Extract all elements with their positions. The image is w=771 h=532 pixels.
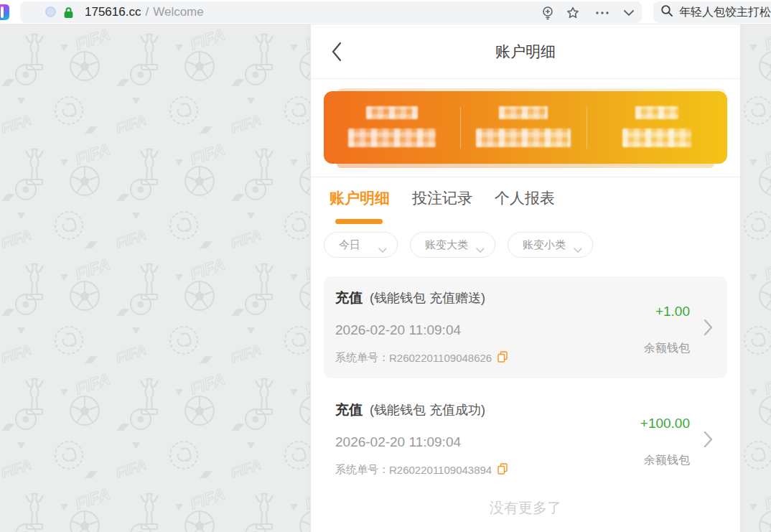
copy-icon[interactable] [497, 351, 508, 365]
ssl-lock-icon[interactable] [63, 6, 74, 22]
masked-stat-value [348, 129, 436, 147]
filter-minor-type-dropdown[interactable]: 账变小类 [508, 232, 593, 258]
transaction-amount: +100.00 [640, 416, 690, 431]
section-divider [311, 177, 740, 177]
copy-icon[interactable] [497, 463, 508, 477]
site-permission-icon[interactable] [45, 6, 56, 17]
active-tab-indicator [335, 219, 383, 224]
transaction-subtype: (钱能钱包 充值赠送) [370, 291, 485, 305]
transaction-subtype: (钱能钱包 充值成功) [370, 403, 485, 417]
tab-account-detail[interactable]: 账户明细 [330, 188, 390, 208]
url-page: Welcome [153, 5, 204, 19]
transaction-type: 充值(钱能钱包 充值赠送) [335, 289, 485, 307]
masked-stat-column [324, 91, 460, 164]
tab-bar: 账户明细 投注记录 个人报表 [330, 188, 555, 208]
browser-app-icon [0, 4, 9, 20]
filter-date-dropdown[interactable]: 今日 [324, 232, 398, 258]
transaction-wallet: 余额钱包 [644, 341, 690, 356]
transaction-type-text: 充值 [335, 290, 363, 305]
browser-toolbar: 175616.cc/Welcome [0, 0, 771, 24]
transaction-row[interactable]: 充值(钱能钱包 充值赠送) 2026-02-20 11:09:04 系统单号：R… [324, 276, 727, 378]
address-bar[interactable]: 175616.cc/Welcome [20, 1, 642, 23]
filter-major-type-dropdown[interactable]: 账变大类 [410, 232, 495, 258]
filter-date-label: 今日 [324, 238, 360, 252]
masked-stat-column [587, 91, 727, 164]
order-number: R2602201109043894 [389, 464, 492, 476]
transaction-amount: +1.00 [655, 304, 690, 319]
transaction-type-text: 充值 [335, 402, 363, 417]
account-detail-panel: 账户明细 [310, 24, 741, 532]
order-number: R2602201109048626 [389, 352, 492, 364]
more-options-icon[interactable] [594, 6, 609, 20]
search-icon [660, 4, 673, 20]
search-query-text: 年轻人包饺主打松 [679, 5, 771, 20]
filter-major-type-label: 账变大类 [411, 238, 468, 252]
chevron-right-icon [704, 319, 713, 339]
transaction-datetime: 2026-02-20 11:09:04 [335, 322, 461, 338]
chevron-down-icon [476, 243, 485, 256]
card-shadow-layer [337, 164, 714, 168]
transaction-order: 系统单号：R2602201109043894 [335, 463, 508, 477]
masked-stat-label [366, 106, 418, 119]
tab-personal-report[interactable]: 个人报表 [495, 188, 555, 208]
panel-header: 账户明细 [311, 24, 740, 79]
chevron-down-icon [378, 243, 387, 256]
page-title: 账户明细 [311, 42, 740, 62]
page-background: FIFA FIFA [0, 24, 771, 532]
url-text[interactable]: 175616.cc/Welcome [85, 1, 204, 23]
transaction-wallet: 余额钱包 [644, 453, 690, 468]
masked-stat-column [460, 91, 587, 164]
masked-stat-label [499, 106, 548, 119]
transaction-type: 充值(钱能钱包 充值成功) [335, 401, 485, 419]
transaction-row[interactable]: 充值(钱能钱包 充值成功) 2026-02-20 11:09:04 系统单号：R… [324, 388, 727, 490]
tab-bet-records[interactable]: 投注记录 [412, 188, 472, 208]
chevron-down-icon[interactable] [622, 6, 636, 20]
masked-stat-value [622, 129, 691, 147]
url-separator: / [145, 5, 149, 19]
masked-stat-value [476, 129, 571, 147]
order-label: 系统单号： [335, 351, 389, 365]
order-label: 系统单号： [335, 463, 389, 477]
transaction-order: 系统单号：R2602201109048626 [335, 351, 508, 365]
transaction-datetime: 2026-02-20 11:09:04 [335, 434, 461, 450]
wallet-summary-card [324, 88, 727, 169]
url-host: 175616.cc [85, 5, 141, 19]
browser-search-box[interactable]: 年轻人包饺主打松 [653, 1, 771, 23]
masked-stat-label [635, 106, 678, 119]
highlight-idea-icon[interactable] [541, 6, 555, 20]
no-more-text: 没有更多了 [311, 498, 740, 518]
chevron-down-icon [574, 243, 582, 256]
wallet-card [324, 91, 727, 164]
filter-minor-type-label: 账变小类 [508, 238, 566, 252]
chevron-right-icon [704, 431, 713, 451]
bookmark-star-icon[interactable] [566, 6, 580, 20]
